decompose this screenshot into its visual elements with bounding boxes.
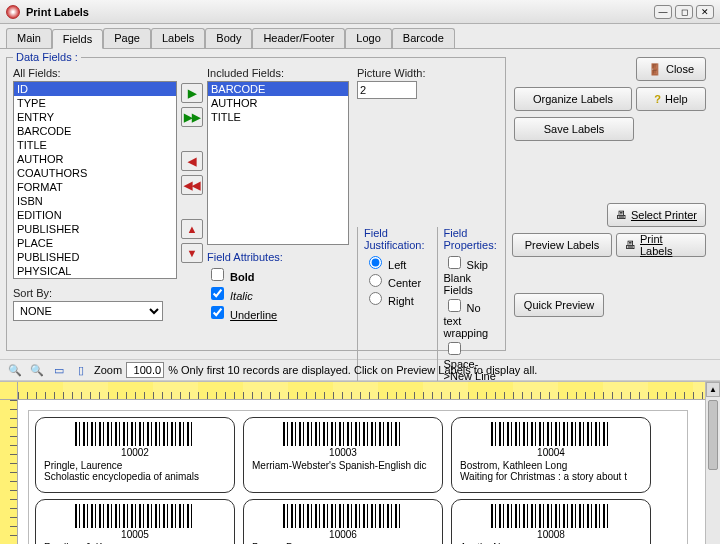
all-field-item[interactable]: EDITION	[14, 208, 176, 222]
preview-labels-button[interactable]: Preview Labels	[512, 233, 612, 257]
scroll-thumb[interactable]	[708, 400, 718, 470]
all-field-item[interactable]: SERIES	[14, 278, 176, 279]
organize-labels-button[interactable]: Organize Labels	[514, 87, 632, 111]
tab-header-footer[interactable]: Header/Footer	[252, 28, 345, 48]
underline-checkbox[interactable]: Underline	[207, 303, 307, 322]
picture-width-input[interactable]	[357, 81, 417, 99]
italic-checkbox[interactable]: Italic	[207, 284, 307, 303]
all-field-item[interactable]: PUBLISHED	[14, 250, 176, 264]
sort-by-label: Sort By:	[13, 287, 177, 299]
label-title: Scholastic encyclopedia of animals	[44, 471, 226, 482]
app-icon	[6, 5, 20, 19]
add-field-button[interactable]: ▶	[181, 83, 203, 103]
included-field-item[interactable]: BARCODE	[208, 82, 348, 96]
included-field-item[interactable]: AUTHOR	[208, 96, 348, 110]
all-field-item[interactable]: PLACE	[14, 236, 176, 250]
barcode-number: 10002	[44, 447, 226, 458]
field-justification-label: Field Justification:	[364, 227, 425, 251]
all-field-item[interactable]: PUBLISHER	[14, 222, 176, 236]
help-button[interactable]: ?Help	[636, 87, 706, 111]
label-card: 10005Rowling, J. K.Harry Potter and the …	[35, 499, 235, 544]
close-button[interactable]: 🚪Close	[636, 57, 706, 81]
print-labels-button[interactable]: 🖶 Print Labels	[616, 233, 706, 257]
justify-center-radio[interactable]: Center	[364, 271, 425, 289]
tab-fields[interactable]: Fields	[52, 29, 103, 49]
label-page: 10002Pringle, LaurenceScholastic encyclo…	[28, 410, 688, 544]
add-all-fields-button[interactable]: ▶▶	[181, 107, 203, 127]
tab-logo[interactable]: Logo	[345, 28, 391, 48]
scroll-up-icon[interactable]: ▲	[706, 382, 720, 397]
move-up-button[interactable]: ▲	[181, 219, 203, 239]
included-fields-label: Included Fields:	[207, 67, 349, 79]
all-field-item[interactable]: PHYSICAL	[14, 264, 176, 278]
zoom-input[interactable]	[126, 362, 164, 378]
all-fields-list[interactable]: IDTYPEENTRYBARCODETITLEAUTHORCOAUTHORSFO…	[13, 81, 177, 279]
barcode-graphic	[75, 422, 195, 446]
printer-icon: 🖶	[625, 239, 636, 251]
zoom-out-icon[interactable]: 🔍	[28, 361, 46, 379]
tab-page[interactable]: Page	[103, 28, 151, 48]
all-field-item[interactable]: TYPE	[14, 96, 176, 110]
label-author: Bostrom, Kathleen Long	[460, 460, 642, 471]
justify-left-radio[interactable]: Left	[364, 253, 425, 271]
field-properties-label: Field Properties:	[444, 227, 497, 251]
maximize-button[interactable]: ◻	[675, 5, 693, 19]
fit-width-icon[interactable]: ▯	[72, 361, 90, 379]
select-printer-button[interactable]: 🖶 Select Printer	[607, 203, 706, 227]
tab-barcode[interactable]: Barcode	[392, 28, 455, 48]
label-card: 10004Bostrom, Kathleen LongWaiting for C…	[451, 417, 651, 493]
data-fields-legend: Data Fields :	[13, 51, 81, 63]
bold-checkbox[interactable]: Bold	[207, 265, 307, 284]
label-card: 10003Merriam-Webster's Spanish-English d…	[243, 417, 443, 493]
all-field-item[interactable]: ID	[14, 82, 176, 96]
no-wrap-checkbox[interactable]: No text wrapping	[444, 296, 497, 339]
remove-all-fields-button[interactable]: ◀◀	[181, 175, 203, 195]
all-field-item[interactable]: ISBN	[14, 194, 176, 208]
sort-by-select[interactable]: NONE	[13, 301, 163, 321]
close-window-button[interactable]: ✕	[696, 5, 714, 19]
barcode-graphic	[491, 422, 611, 446]
vertical-scrollbar[interactable]: ▲ ▼	[705, 382, 720, 544]
tab-main[interactable]: Main	[6, 28, 52, 48]
skip-blank-checkbox[interactable]: Skip Blank Fields	[444, 253, 497, 296]
barcode-number: 10004	[460, 447, 642, 458]
all-field-item[interactable]: COAUTHORS	[14, 166, 176, 180]
justify-right-radio[interactable]: Right	[364, 289, 425, 307]
minimize-button[interactable]: —	[654, 5, 672, 19]
all-field-item[interactable]: TITLE	[14, 138, 176, 152]
included-field-item[interactable]: TITLE	[208, 110, 348, 124]
barcode-graphic	[283, 422, 403, 446]
all-field-item[interactable]: FORMAT	[14, 180, 176, 194]
barcode-graphic	[75, 504, 195, 528]
barcode-graphic	[283, 504, 403, 528]
data-fields-group: Data Fields : All Fields: IDTYPEENTRYBAR…	[6, 51, 506, 351]
zoom-label: Zoom	[94, 364, 122, 376]
tab-body[interactable]: Body	[205, 28, 252, 48]
save-labels-button[interactable]: Save Labels	[514, 117, 634, 141]
fit-page-icon[interactable]: ▭	[50, 361, 68, 379]
all-field-item[interactable]: BARCODE	[14, 124, 176, 138]
label-card: 10008Austin, NancyA passion for excellen…	[451, 499, 651, 544]
help-icon: ?	[654, 93, 661, 105]
tab-labels[interactable]: Labels	[151, 28, 205, 48]
horizontal-ruler	[18, 382, 720, 400]
all-field-item[interactable]: ENTRY	[14, 110, 176, 124]
all-fields-label: All Fields:	[13, 67, 177, 79]
zoom-in-icon[interactable]: 🔍	[6, 361, 24, 379]
quick-preview-button[interactable]: Quick Preview	[514, 293, 604, 317]
printer-icon: 🖶	[616, 209, 627, 221]
label-author: Pringle, Laurence	[44, 460, 226, 471]
all-field-item[interactable]: AUTHOR	[14, 152, 176, 166]
barcode-number: 10003	[252, 447, 434, 458]
toolbar-message: % Only first 10 records are displayed. C…	[168, 364, 537, 376]
picture-width-label: Picture Width:	[357, 67, 469, 79]
window-title: Print Labels	[26, 6, 654, 18]
barcode-number: 10005	[44, 529, 226, 540]
label-card: 10006Brown, DanThe Da Vinci code : a nov…	[243, 499, 443, 544]
barcode-graphic	[491, 504, 611, 528]
label-card: 10002Pringle, LaurenceScholastic encyclo…	[35, 417, 235, 493]
door-icon: 🚪	[648, 63, 662, 76]
remove-field-button[interactable]: ◀	[181, 151, 203, 171]
move-down-button[interactable]: ▼	[181, 243, 203, 263]
included-fields-list[interactable]: BARCODEAUTHORTITLE	[207, 81, 349, 245]
